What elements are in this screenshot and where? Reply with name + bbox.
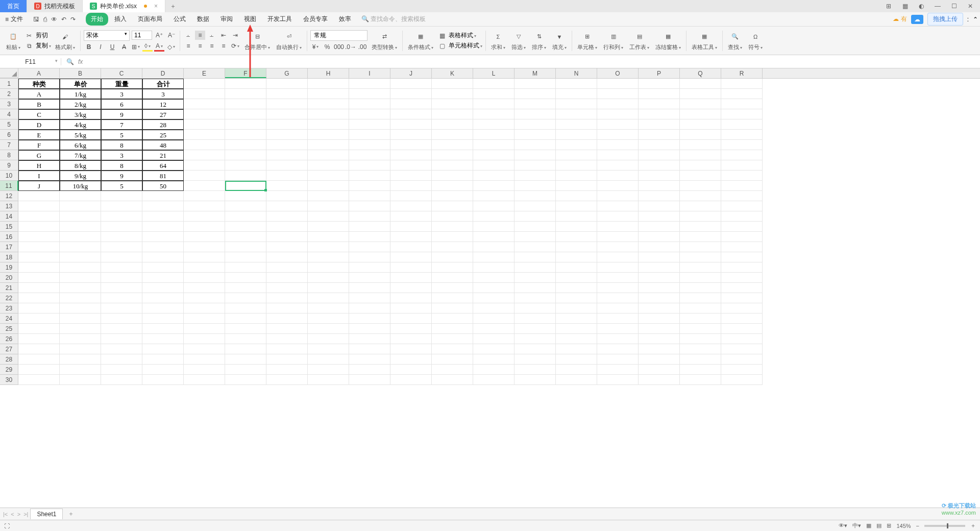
cell[interactable]: 81 [142,171,184,181]
cell[interactable] [721,273,763,283]
cell[interactable] [721,119,763,130]
cell[interactable] [514,119,556,130]
cell[interactable] [225,232,266,242]
cell[interactable] [639,324,680,334]
cell[interactable] [349,273,390,283]
cell[interactable]: 7/kg [60,150,101,160]
sheet-next-icon[interactable]: > [17,511,20,517]
cell[interactable] [639,160,680,171]
col-header[interactable]: O [597,68,639,78]
cloud-button[interactable]: ☁ [911,15,923,24]
cell[interactable] [18,191,60,201]
bold-button[interactable]: B [84,42,94,52]
add-tab-button[interactable]: ＋ [165,0,181,12]
cell[interactable] [514,334,556,344]
row-header[interactable]: 12 [0,191,18,201]
cell[interactable] [432,140,473,150]
cloud-status[interactable]: ☁ 有 [893,15,906,23]
cell[interactable] [184,191,225,201]
cell[interactable] [308,232,349,242]
cell[interactable] [349,375,390,385]
cell[interactable] [680,191,721,201]
cell[interactable] [184,160,225,171]
cell[interactable] [473,109,514,119]
cell[interactable] [308,89,349,99]
cell[interactable] [514,181,556,191]
row-header[interactable]: 15 [0,222,18,232]
cell[interactable]: 3/kg [60,109,101,119]
cell[interactable] [142,262,184,273]
cell[interactable] [597,119,639,130]
cell[interactable] [349,79,390,89]
name-box[interactable]: F11 [0,58,61,65]
cell[interactable] [266,365,308,375]
cell[interactable] [18,293,60,303]
cell[interactable] [514,354,556,365]
cell[interactable] [225,89,266,99]
cell[interactable] [225,222,266,232]
align-center-icon[interactable]: ≡ [195,41,205,51]
cell[interactable] [473,375,514,385]
sheet-prev-icon[interactable]: < [11,511,14,517]
cell[interactable] [597,89,639,99]
cell[interactable] [308,150,349,160]
cell[interactable] [597,109,639,119]
cell[interactable] [680,109,721,119]
copy-button[interactable]: ⧉复制 [24,41,51,51]
cell[interactable] [721,354,763,365]
cell[interactable] [597,160,639,171]
cell[interactable] [390,375,432,385]
cell[interactable] [225,242,266,252]
cell[interactable] [142,313,184,324]
cell[interactable] [184,222,225,232]
cell[interactable] [349,89,390,99]
cell[interactable] [349,344,390,354]
cell[interactable] [390,79,432,89]
menu-tab-6[interactable]: 视图 [239,13,261,26]
cell[interactable] [390,262,432,273]
cell[interactable] [473,242,514,252]
cell[interactable]: 9 [101,171,142,181]
cell[interactable] [18,201,60,211]
cell[interactable] [473,222,514,232]
cell[interactable] [225,365,266,375]
col-header[interactable]: R [721,68,763,78]
cell[interactable] [432,344,473,354]
cell[interactable]: H [18,160,60,171]
cell[interactable] [514,222,556,232]
cell[interactable] [308,273,349,283]
row-header[interactable]: 7 [0,140,18,150]
cell[interactable] [721,222,763,232]
cell[interactable] [184,79,225,89]
cell[interactable] [721,171,763,181]
cell[interactable] [18,365,60,375]
cell[interactable] [142,375,184,385]
cell[interactable] [639,89,680,99]
row-header[interactable]: 11 [0,181,18,191]
align-middle-icon[interactable]: ≡ [195,31,205,40]
cell[interactable] [349,130,390,140]
cell[interactable] [101,242,142,252]
cell[interactable] [556,191,597,201]
cell[interactable] [349,109,390,119]
cell[interactable]: 6 [101,99,142,109]
cell[interactable]: D [18,119,60,130]
cell[interactable] [597,150,639,160]
indent-increase-icon[interactable]: ⇥ [230,31,240,40]
cell[interactable] [266,201,308,211]
col-header[interactable]: N [556,68,597,78]
cell[interactable] [390,293,432,303]
cell[interactable] [349,283,390,293]
cell[interactable] [473,232,514,242]
col-header[interactable]: F [225,68,266,78]
cell[interactable] [308,201,349,211]
cell[interactable] [432,119,473,130]
row-header[interactable]: 24 [0,313,18,324]
cell[interactable] [473,201,514,211]
cell[interactable] [308,119,349,130]
cell[interactable] [142,354,184,365]
cell[interactable] [184,313,225,324]
font-color-button[interactable]: A [154,42,164,52]
cell[interactable] [225,354,266,365]
cell[interactable] [60,232,101,242]
